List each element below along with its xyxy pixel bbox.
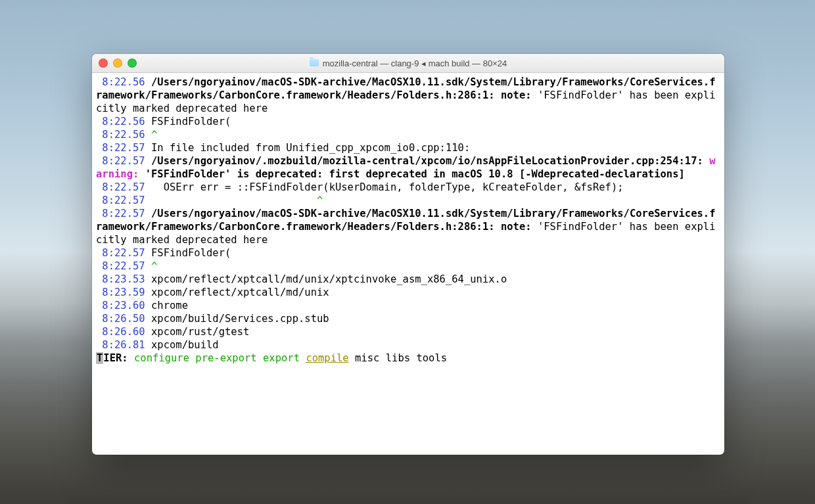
tier-stage-tools: tools — [416, 352, 447, 364]
window-controls — [99, 58, 137, 68]
titlebar[interactable]: mozilla-central — clang-9 ◂ mach build —… — [92, 54, 724, 73]
window-title: mozilla-central — clang-9 ◂ mach build —… — [92, 58, 724, 68]
folder-icon — [310, 59, 319, 66]
window-title-text: mozilla-central — clang-9 ◂ mach build —… — [323, 58, 507, 68]
tier-stage-compile: compile — [306, 352, 348, 364]
tier-stage-export: export — [263, 352, 300, 364]
zoom-icon[interactable] — [128, 58, 137, 68]
tier-label: T — [96, 352, 103, 364]
terminal-output[interactable]: 8:22.56 /Users/ngoryainov/macOS-SDK-arch… — [92, 73, 724, 366]
tier-stage-pre-export: pre-export — [195, 352, 256, 364]
terminal-window: mozilla-central — clang-9 ◂ mach build —… — [92, 54, 724, 455]
tier-stage-configure: configure — [134, 352, 189, 364]
tier-stage-misc: misc — [355, 352, 379, 364]
close-icon[interactable] — [99, 58, 108, 68]
tier-stage-libs: libs — [386, 352, 410, 364]
minimize-icon[interactable] — [113, 58, 122, 68]
